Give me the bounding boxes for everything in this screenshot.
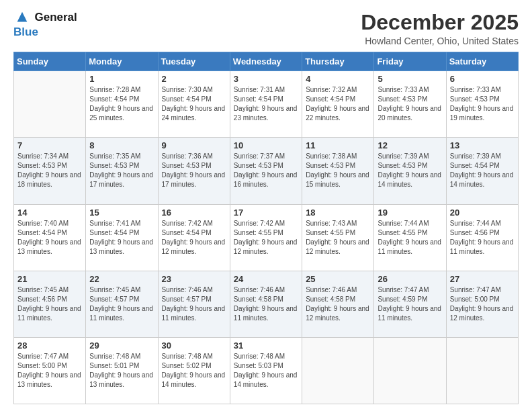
- calendar-header-monday: Monday: [86, 52, 158, 71]
- calendar-cell: 7Sunrise: 7:34 AMSunset: 4:53 PMDaylight…: [14, 138, 86, 204]
- calendar-cell: 2Sunrise: 7:30 AMSunset: 4:54 PMDaylight…: [158, 71, 230, 138]
- day-info: Sunrise: 7:33 AMSunset: 4:53 PMDaylight:…: [450, 85, 515, 123]
- svg-marker-0: [17, 12, 28, 22]
- day-number: 9: [162, 140, 226, 150]
- day-number: 23: [162, 274, 226, 284]
- calendar-cell: [374, 337, 446, 404]
- logo: GeneralBlue: [13, 11, 77, 39]
- calendar-cell: [14, 71, 86, 138]
- day-info: Sunrise: 7:48 AMSunset: 5:01 PMDaylight:…: [89, 352, 154, 390]
- calendar-cell: 14Sunrise: 7:40 AMSunset: 4:54 PMDayligh…: [14, 204, 86, 271]
- calendar-cell: 23Sunrise: 7:46 AMSunset: 4:57 PMDayligh…: [158, 271, 230, 337]
- day-info: Sunrise: 7:46 AMSunset: 4:57 PMDaylight:…: [162, 285, 226, 323]
- day-number: 24: [234, 274, 298, 284]
- day-number: 14: [17, 208, 82, 218]
- day-info: Sunrise: 7:32 AMSunset: 4:54 PMDaylight:…: [306, 85, 370, 123]
- calendar-cell: 22Sunrise: 7:45 AMSunset: 4:57 PMDayligh…: [86, 271, 158, 337]
- day-number: 1: [89, 74, 154, 84]
- calendar-cell: 29Sunrise: 7:48 AMSunset: 5:01 PMDayligh…: [86, 337, 158, 404]
- calendar-week-row: 7Sunrise: 7:34 AMSunset: 4:53 PMDaylight…: [14, 138, 519, 204]
- calendar-cell: 21Sunrise: 7:45 AMSunset: 4:56 PMDayligh…: [14, 271, 86, 337]
- day-number: 7: [17, 140, 82, 150]
- calendar-header-tuesday: Tuesday: [158, 52, 230, 71]
- calendar-cell: 13Sunrise: 7:39 AMSunset: 4:54 PMDayligh…: [446, 138, 518, 204]
- calendar-table: SundayMondayTuesdayWednesdayThursdayFrid…: [13, 52, 519, 404]
- title-block: December 2025 Howland Center, Ohio, Unit…: [361, 11, 519, 46]
- day-info: Sunrise: 7:36 AMSunset: 4:53 PMDaylight:…: [162, 152, 226, 189]
- day-number: 28: [17, 340, 82, 351]
- calendar-cell: 5Sunrise: 7:33 AMSunset: 4:53 PMDaylight…: [374, 71, 446, 138]
- header: GeneralBlue December 2025 Howland Center…: [13, 11, 519, 46]
- calendar-cell: 8Sunrise: 7:35 AMSunset: 4:53 PMDaylight…: [86, 138, 158, 204]
- calendar-header-thursday: Thursday: [302, 52, 374, 71]
- day-info: Sunrise: 7:42 AMSunset: 4:55 PMDaylight:…: [234, 219, 298, 257]
- day-info: Sunrise: 7:40 AMSunset: 4:54 PMDaylight:…: [17, 219, 82, 257]
- day-number: 25: [306, 274, 370, 284]
- calendar-week-row: 28Sunrise: 7:47 AMSunset: 5:00 PMDayligh…: [14, 337, 519, 404]
- calendar-cell: 15Sunrise: 7:41 AMSunset: 4:54 PMDayligh…: [86, 204, 158, 271]
- day-info: Sunrise: 7:47 AMSunset: 4:59 PMDaylight:…: [378, 285, 442, 323]
- calendar-header-row: SundayMondayTuesdayWednesdayThursdayFrid…: [14, 52, 519, 71]
- day-number: 17: [234, 208, 298, 218]
- page: GeneralBlue December 2025 Howland Center…: [0, 0, 532, 411]
- day-info: Sunrise: 7:37 AMSunset: 4:53 PMDaylight:…: [234, 152, 298, 189]
- calendar-cell: 4Sunrise: 7:32 AMSunset: 4:54 PMDaylight…: [302, 71, 374, 138]
- day-number: 3: [234, 74, 298, 84]
- calendar-week-row: 14Sunrise: 7:40 AMSunset: 4:54 PMDayligh…: [14, 204, 519, 271]
- day-number: 13: [450, 140, 515, 150]
- day-number: 2: [162, 74, 226, 84]
- calendar-cell: 20Sunrise: 7:44 AMSunset: 4:56 PMDayligh…: [446, 204, 518, 271]
- calendar-header-friday: Friday: [374, 52, 446, 71]
- calendar-cell: 12Sunrise: 7:39 AMSunset: 4:53 PMDayligh…: [374, 138, 446, 204]
- day-info: Sunrise: 7:47 AMSunset: 5:00 PMDaylight:…: [450, 285, 515, 323]
- day-info: Sunrise: 7:28 AMSunset: 4:54 PMDaylight:…: [89, 85, 154, 123]
- day-number: 8: [89, 140, 154, 150]
- calendar-cell: 11Sunrise: 7:38 AMSunset: 4:53 PMDayligh…: [302, 138, 374, 204]
- calendar-cell: 26Sunrise: 7:47 AMSunset: 4:59 PMDayligh…: [374, 271, 446, 337]
- calendar-cell: 30Sunrise: 7:48 AMSunset: 5:02 PMDayligh…: [158, 337, 230, 404]
- calendar-cell: 24Sunrise: 7:46 AMSunset: 4:58 PMDayligh…: [230, 271, 302, 337]
- day-info: Sunrise: 7:42 AMSunset: 4:54 PMDaylight:…: [162, 219, 226, 257]
- calendar-cell: 28Sunrise: 7:47 AMSunset: 5:00 PMDayligh…: [14, 337, 86, 404]
- day-number: 10: [234, 140, 298, 150]
- day-number: 6: [450, 74, 515, 84]
- calendar-cell: 1Sunrise: 7:28 AMSunset: 4:54 PMDaylight…: [86, 71, 158, 138]
- day-info: Sunrise: 7:47 AMSunset: 5:00 PMDaylight:…: [17, 352, 82, 390]
- day-info: Sunrise: 7:44 AMSunset: 4:56 PMDaylight:…: [450, 219, 515, 257]
- calendar-cell: 6Sunrise: 7:33 AMSunset: 4:53 PMDaylight…: [446, 71, 518, 138]
- day-info: Sunrise: 7:46 AMSunset: 4:58 PMDaylight:…: [306, 285, 370, 323]
- day-number: 22: [89, 274, 154, 284]
- calendar-cell: 25Sunrise: 7:46 AMSunset: 4:58 PMDayligh…: [302, 271, 374, 337]
- calendar-cell: 17Sunrise: 7:42 AMSunset: 4:55 PMDayligh…: [230, 204, 302, 271]
- day-number: 20: [450, 208, 515, 218]
- day-info: Sunrise: 7:46 AMSunset: 4:58 PMDaylight:…: [234, 285, 298, 323]
- calendar-cell: 31Sunrise: 7:48 AMSunset: 5:03 PMDayligh…: [230, 337, 302, 404]
- calendar-week-row: 21Sunrise: 7:45 AMSunset: 4:56 PMDayligh…: [14, 271, 519, 337]
- day-info: Sunrise: 7:33 AMSunset: 4:53 PMDaylight:…: [378, 85, 442, 123]
- day-info: Sunrise: 7:45 AMSunset: 4:56 PMDaylight:…: [17, 285, 82, 323]
- day-number: 31: [234, 340, 298, 351]
- day-number: 30: [162, 340, 226, 351]
- day-number: 27: [450, 274, 515, 284]
- calendar-cell: 27Sunrise: 7:47 AMSunset: 5:00 PMDayligh…: [446, 271, 518, 337]
- calendar-cell: 3Sunrise: 7:31 AMSunset: 4:54 PMDaylight…: [230, 71, 302, 138]
- calendar-header-wednesday: Wednesday: [230, 52, 302, 71]
- day-number: 29: [89, 340, 154, 351]
- day-info: Sunrise: 7:38 AMSunset: 4:53 PMDaylight:…: [306, 152, 370, 189]
- day-info: Sunrise: 7:39 AMSunset: 4:54 PMDaylight:…: [450, 152, 515, 189]
- calendar-cell: 18Sunrise: 7:43 AMSunset: 4:55 PMDayligh…: [302, 204, 374, 271]
- calendar-header-sunday: Sunday: [14, 52, 86, 71]
- day-number: 16: [162, 208, 226, 218]
- day-number: 18: [306, 208, 370, 218]
- month-title: December 2025: [361, 11, 519, 34]
- calendar-cell: 9Sunrise: 7:36 AMSunset: 4:53 PMDaylight…: [158, 138, 230, 204]
- day-info: Sunrise: 7:35 AMSunset: 4:53 PMDaylight:…: [89, 152, 154, 189]
- day-number: 4: [306, 74, 370, 84]
- calendar-cell: [446, 337, 518, 404]
- day-info: Sunrise: 7:44 AMSunset: 4:55 PMDaylight:…: [378, 219, 442, 257]
- calendar-cell: 10Sunrise: 7:37 AMSunset: 4:53 PMDayligh…: [230, 138, 302, 204]
- day-number: 19: [378, 208, 442, 218]
- day-info: Sunrise: 7:48 AMSunset: 5:02 PMDaylight:…: [162, 352, 226, 390]
- day-number: 12: [378, 140, 442, 150]
- day-info: Sunrise: 7:30 AMSunset: 4:54 PMDaylight:…: [162, 85, 226, 123]
